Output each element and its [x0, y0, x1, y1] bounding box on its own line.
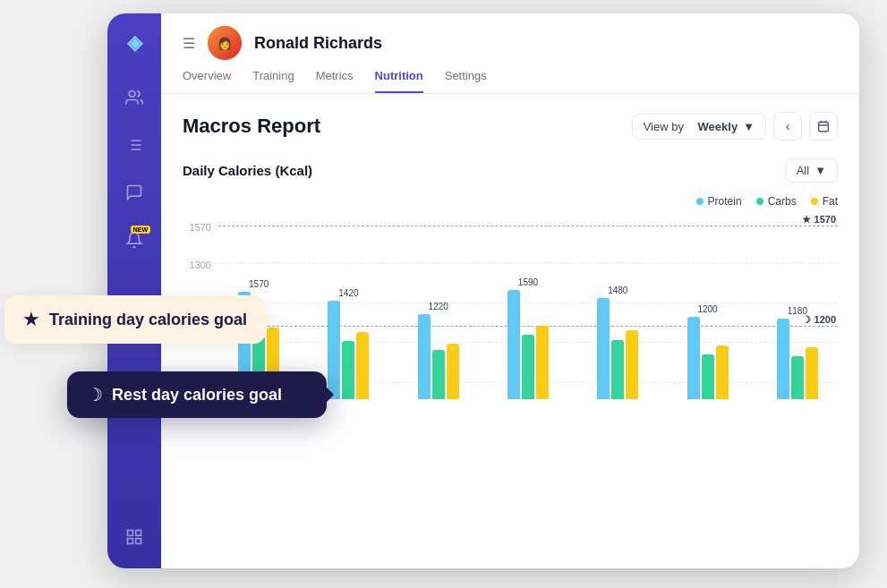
filter-dropdown[interactable]: All ▼: [785, 158, 838, 183]
legend-fat-label: Fat: [823, 195, 838, 208]
bar-value-4: 1480: [608, 285, 627, 295]
main-content: ☰ 👩 Ronald Richards Overview Training Me…: [161, 13, 859, 568]
app-logo: ◈: [127, 31, 142, 55]
bar-fat-5: [716, 345, 729, 399]
bar-protein-4: [597, 298, 610, 399]
svg-rect-11: [819, 122, 829, 132]
moon-icon: ☽: [87, 384, 103, 405]
training-goal-label: ★ 1570: [802, 214, 836, 226]
protein-dot: [696, 198, 704, 205]
page-body: Macros Report View by Weekly ▼ ‹: [161, 94, 859, 568]
view-by-label: View by: [644, 120, 684, 133]
chevron-down-icon: ▼: [743, 120, 755, 133]
page-title: Macros Report: [183, 115, 320, 138]
tab-overview[interactable]: Overview: [183, 69, 231, 93]
svg-rect-10: [128, 539, 133, 544]
bar-value-2: 1220: [429, 302, 448, 311]
tab-settings[interactable]: Settings: [445, 69, 487, 93]
view-by-value: Weekly: [698, 120, 738, 133]
sidebar-icon-list[interactable]: [125, 136, 143, 158]
legend-fat: Fat: [811, 195, 838, 208]
bar-value-3: 1590: [518, 277, 538, 287]
svg-point-0: [129, 91, 135, 98]
header: ☰ 👩 Ronald Richards Overview Training Me…: [161, 13, 859, 94]
bar-fat-1: [356, 332, 369, 399]
bar-carbs-6: [791, 356, 804, 399]
prev-arrow[interactable]: ‹: [773, 112, 802, 141]
sidebar: ◈ NEW: [107, 13, 161, 568]
sidebar-icon-notification[interactable]: NEW: [125, 231, 143, 253]
bar-protein-3: [507, 290, 520, 399]
y-label-1: 1300: [183, 260, 211, 270]
tooltip-training: ★ Training day calories goal: [4, 295, 265, 344]
bar-group-6: 1180: [761, 319, 834, 399]
bar-protein-1: [328, 301, 340, 399]
legend-protein: Protein: [696, 195, 742, 208]
header-controls: View by Weekly ▼ ‹: [632, 112, 838, 141]
bar-carbs-4: [611, 340, 624, 399]
rest-goal-tooltip-label: Rest day calories goal: [112, 386, 282, 405]
fat-dot: [811, 198, 818, 205]
hamburger-menu[interactable]: ☰: [183, 35, 195, 52]
bar-protein-5: [687, 317, 700, 399]
svg-rect-9: [136, 539, 141, 544]
sidebar-icon-grid[interactable]: [125, 528, 143, 550]
bar-protein-6: [777, 319, 789, 399]
grid-line-0: [218, 222, 838, 223]
view-dropdown[interactable]: View by Weekly ▼: [632, 114, 766, 140]
user-name: Ronald Richards: [254, 34, 382, 53]
bar-fat-4: [626, 330, 638, 399]
chart-section: Daily Calories (Kcal) All ▼ Protein Carb…: [183, 158, 838, 401]
legend-protein-label: Protein: [708, 195, 742, 208]
legend-carbs: Carbs: [756, 195, 797, 208]
tab-metrics[interactable]: Metrics: [316, 69, 354, 93]
bar-group-4: 1480: [581, 298, 654, 399]
tab-nutrition[interactable]: Nutrition: [375, 69, 423, 93]
svg-rect-7: [128, 531, 133, 536]
tooltip-rest: ☽ Rest day calories goal: [67, 371, 327, 418]
calendar-button[interactable]: [809, 112, 838, 141]
chart-title: Daily Calories (Kcal): [183, 163, 312, 178]
bar-value-5: 1200: [697, 304, 717, 314]
bar-group-5: 1200: [670, 317, 744, 399]
bar-carbs-3: [522, 335, 534, 399]
bar-value-1: 1420: [338, 288, 358, 298]
new-badge: NEW: [131, 226, 150, 234]
bar-value-0: 1570: [249, 279, 269, 289]
svg-rect-8: [136, 531, 141, 536]
sidebar-icon-chat[interactable]: [125, 183, 143, 206]
training-goal-tooltip-label: Training day calories goal: [49, 311, 247, 329]
filter-chevron-icon: ▼: [815, 164, 826, 177]
bar-group-3: 1590: [491, 290, 565, 399]
bar-fat-2: [447, 344, 459, 399]
bar-fat-6: [806, 347, 818, 399]
avatar: 👩: [208, 26, 242, 60]
training-goal-line: ★ 1570: [218, 226, 838, 226]
bar-group-2: 1220: [402, 314, 475, 399]
legend-carbs-label: Carbs: [768, 195, 797, 208]
carbs-dot: [756, 198, 763, 205]
bar-carbs-5: [702, 354, 714, 399]
bar-carbs-1: [342, 341, 354, 399]
star-icon: ★: [22, 308, 40, 331]
bar-value-6: 1180: [788, 306, 807, 316]
bar-protein-2: [418, 314, 431, 399]
y-label-0: 1570: [183, 222, 211, 233]
chart-legend: Protein Carbs Fat: [183, 195, 838, 208]
nav-tabs: Overview Training Metrics Nutrition Sett…: [183, 69, 838, 93]
tab-training[interactable]: Training: [252, 69, 294, 93]
sidebar-icon-users[interactable]: [125, 89, 143, 111]
bar-carbs-2: [432, 350, 445, 399]
filter-label: All: [797, 164, 809, 177]
bar-fat-3: [536, 326, 549, 399]
